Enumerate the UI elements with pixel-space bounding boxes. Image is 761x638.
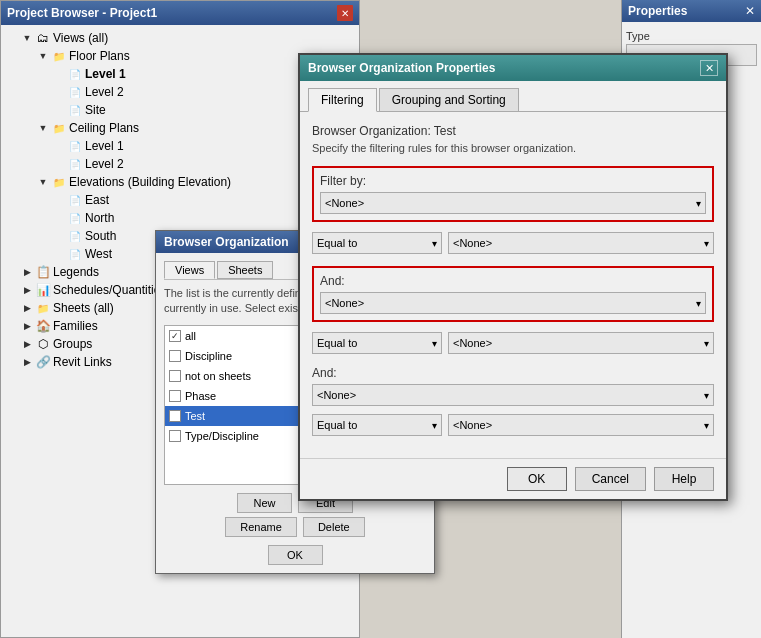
expand-legends[interactable]: ▶ xyxy=(21,266,33,278)
bop-dialog: Browser Organization Properties ✕ Filter… xyxy=(298,53,728,501)
delete-button[interactable]: Delete xyxy=(303,517,365,537)
and-label-1: And: xyxy=(320,274,706,288)
none-arrow-3: ▾ xyxy=(704,420,709,431)
page-icon-ceiling-level2 xyxy=(67,157,83,171)
checkbox-test[interactable] xyxy=(169,410,181,422)
none-arrow-2: ▾ xyxy=(704,338,709,349)
tree-label-floor-plans: Floor Plans xyxy=(69,49,130,63)
page-icon-site xyxy=(67,103,83,117)
checkbox-type-discipline[interactable] xyxy=(169,430,181,442)
filter-by-box: Filter by: <None> ▾ xyxy=(312,166,714,222)
expand-south xyxy=(53,230,65,242)
cancel-button[interactable]: Cancel xyxy=(575,467,646,491)
page-icon-west xyxy=(67,247,83,261)
bop-title: Browser Organization Properties xyxy=(308,61,495,75)
schedule-icon: 📊 xyxy=(35,283,51,297)
none-combo-1[interactable]: <None> ▾ xyxy=(448,232,714,254)
properties-title: Properties xyxy=(628,4,687,18)
equal-to-row-3: Equal to ▾ <None> ▾ xyxy=(312,414,714,436)
browser-org-title: Browser Organization xyxy=(164,235,289,249)
filter-by-label: Filter by: xyxy=(320,174,706,188)
expand-sheets-all[interactable]: ▶ xyxy=(21,302,33,314)
group-icon: ⬡ xyxy=(35,337,51,351)
tree-item-views-all[interactable]: ▼ 🗂 Views (all) xyxy=(5,29,355,47)
tree-label-ceiling-level1: Level 1 xyxy=(85,139,124,153)
tree-label-ceiling-plans: Ceiling Plans xyxy=(69,121,139,135)
equal-to-label-2: Equal to xyxy=(317,337,357,349)
project-browser-close[interactable]: ✕ xyxy=(337,5,353,21)
bop-tabs: Filtering Grouping and Sorting xyxy=(300,81,726,112)
bop-body: Browser Organization: Test Specify the f… xyxy=(300,112,726,458)
tab-sheets[interactable]: Sheets xyxy=(217,261,273,279)
tree-label-level2: Level 2 xyxy=(85,85,124,99)
tab-filtering[interactable]: Filtering xyxy=(308,88,377,112)
and-filter-arrow-2: ▾ xyxy=(704,390,709,401)
expand-revit-links[interactable]: ▶ xyxy=(21,356,33,368)
equal-to-label-3: Equal to xyxy=(317,419,357,431)
expand-groups[interactable]: ▶ xyxy=(21,338,33,350)
expand-north xyxy=(53,212,65,224)
list-label-phase: Phase xyxy=(185,390,216,402)
equal-to-label-1: Equal to xyxy=(317,237,357,249)
new-button[interactable]: New xyxy=(237,493,292,513)
list-label-not-on-sheets: not on sheets xyxy=(185,370,251,382)
expand-ceiling-level1 xyxy=(53,140,65,152)
bop-titlebar: Browser Organization Properties ✕ xyxy=(300,55,726,81)
folder-icon-ceiling-plans xyxy=(51,121,67,135)
checkbox-discipline[interactable] xyxy=(169,350,181,362)
page-icon-north xyxy=(67,211,83,225)
bop-footer: OK Cancel Help xyxy=(300,458,726,499)
equal-to-row-2: Equal to ▾ <None> ▾ xyxy=(312,332,714,354)
tree-label-west: West xyxy=(85,247,112,261)
and-filter-value-2: <None> xyxy=(317,389,356,401)
expand-views-all[interactable]: ▼ xyxy=(21,32,33,44)
expand-ceiling-plans[interactable]: ▼ xyxy=(37,122,49,134)
browser-org-ok[interactable]: OK xyxy=(268,545,323,565)
tab-views[interactable]: Views xyxy=(164,261,215,279)
checkbox-not-on-sheets[interactable] xyxy=(169,370,181,382)
bop-close-button[interactable]: ✕ xyxy=(700,60,718,76)
expand-east xyxy=(53,194,65,206)
bop-subtitle: Browser Organization: Test xyxy=(312,124,714,138)
tree-label-families: Families xyxy=(53,319,98,333)
expand-schedules[interactable]: ▶ xyxy=(21,284,33,296)
and-filter-select-1[interactable]: <None> ▾ xyxy=(320,292,706,314)
and-filter-select-2[interactable]: <None> ▾ xyxy=(312,384,714,406)
ok-button[interactable]: OK xyxy=(507,467,567,491)
properties-close[interactable]: ✕ xyxy=(745,4,755,18)
equal-to-combo-2[interactable]: Equal to ▾ xyxy=(312,332,442,354)
page-icon-level1 xyxy=(67,67,83,81)
tree-label-elevations: Elevations (Building Elevation) xyxy=(69,175,231,189)
equal-to-combo-3[interactable]: Equal to ▾ xyxy=(312,414,442,436)
expand-elevations[interactable]: ▼ xyxy=(37,176,49,188)
list-label-all: all xyxy=(185,330,196,342)
expand-families[interactable]: ▶ xyxy=(21,320,33,332)
help-button[interactable]: Help xyxy=(654,467,714,491)
expand-ceiling-level2 xyxy=(53,158,65,170)
tree-label-schedules: Schedules/Quantities xyxy=(53,283,166,297)
legend-icon: 📋 xyxy=(35,265,51,279)
equal-to-combo-1[interactable]: Equal to ▾ xyxy=(312,232,442,254)
and-filter-value-1: <None> xyxy=(325,297,364,309)
revit-link-icon: 🔗 xyxy=(35,355,51,369)
tree-label-legends: Legends xyxy=(53,265,99,279)
tree-label-views-all: Views (all) xyxy=(53,31,108,45)
equal-to-row-1: Equal to ▾ <None> ▾ xyxy=(312,232,714,254)
filter-by-select[interactable]: <None> ▾ xyxy=(320,192,706,214)
expand-level2 xyxy=(53,86,65,98)
page-icon-ceiling-level1 xyxy=(67,139,83,153)
rename-button[interactable]: Rename xyxy=(225,517,297,537)
expand-site xyxy=(53,104,65,116)
expand-floor-plans[interactable]: ▼ xyxy=(37,50,49,62)
tree-label-ceiling-level2: Level 2 xyxy=(85,157,124,171)
page-icon-east xyxy=(67,193,83,207)
checkbox-phase[interactable] xyxy=(169,390,181,402)
browser-org-buttons2: Rename Delete xyxy=(164,517,426,537)
none-combo-3[interactable]: <None> ▾ xyxy=(448,414,714,436)
browser-org-ok-buttons: OK xyxy=(164,545,426,565)
tab-grouping-sorting[interactable]: Grouping and Sorting xyxy=(379,88,519,112)
none-combo-2[interactable]: <None> ▾ xyxy=(448,332,714,354)
checkbox-all[interactable] xyxy=(169,330,181,342)
and-label-2: And: xyxy=(312,366,714,380)
views-icon: 🗂 xyxy=(35,31,51,45)
